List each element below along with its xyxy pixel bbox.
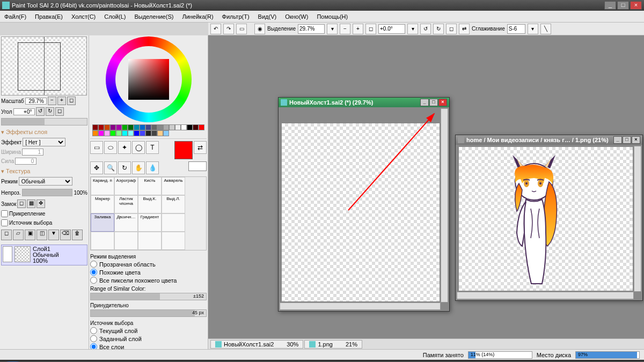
swatch[interactable] <box>134 124 140 130</box>
doc1-max-btn[interactable]: □ <box>429 99 438 106</box>
zoom-tool[interactable]: 🔍 <box>104 161 117 174</box>
smoothing-input[interactable] <box>507 24 525 34</box>
src-radio[interactable] <box>90 343 97 349</box>
swatch[interactable] <box>98 124 104 130</box>
doc1-titlebar[interactable]: НовыйХолст1.sai2 (*) (29.7%) _ □ × <box>279 98 449 107</box>
swatch[interactable] <box>199 124 204 130</box>
doc2-titlebar[interactable]: home / Мои видеозаписи / князь г… / 1.pn… <box>456 135 642 145</box>
scale-minus-btn[interactable]: − <box>48 97 56 105</box>
brush-0[interactable]: Каранд. п <box>91 177 114 195</box>
angle-slider[interactable] <box>1 118 87 125</box>
brush-2[interactable]: Кисть <box>138 177 162 195</box>
foreground-color[interactable] <box>174 141 193 159</box>
lock-paint-btn[interactable]: ▦ <box>27 200 35 208</box>
swatch[interactable] <box>175 124 181 130</box>
clear-layer-btn[interactable]: ⌫ <box>60 230 71 240</box>
doc2-max-btn[interactable]: □ <box>623 136 631 144</box>
src-radio[interactable] <box>90 327 97 334</box>
smoothing-dropdown[interactable]: ▾ <box>528 24 538 34</box>
menu-item[interactable]: Вид(V) <box>258 13 277 20</box>
swatch[interactable] <box>181 124 187 130</box>
swatch[interactable] <box>122 124 128 130</box>
deselect-btn[interactable]: ▭ <box>236 24 247 34</box>
menu-item[interactable]: Выделение(S) <box>134 13 173 20</box>
angle-reset-btn[interactable]: ◻ <box>55 107 64 116</box>
rotate-reset-btn[interactable]: ◻ <box>446 24 457 34</box>
layer-effects-h[interactable]: Эффекты слоя <box>1 129 87 136</box>
swatch[interactable] <box>163 130 169 136</box>
swatch[interactable] <box>151 124 157 130</box>
force-slider[interactable]: 45 px <box>90 309 207 317</box>
swatch[interactable] <box>157 130 163 136</box>
rotate-ccw-btn[interactable]: ↺ <box>420 24 431 34</box>
swatch[interactable] <box>116 130 122 136</box>
source-check[interactable] <box>1 219 8 226</box>
menu-item[interactable]: Окно(W) <box>285 13 308 20</box>
doc2-canvas[interactable] <box>459 147 633 291</box>
selmode-radio[interactable] <box>90 269 97 276</box>
maximize-btn[interactable]: □ <box>617 1 629 10</box>
move-tool[interactable]: ✥ <box>90 161 103 174</box>
swatch[interactable] <box>145 124 151 130</box>
doc-tab-1[interactable]: НовыйХолст1.sai230% <box>210 340 303 349</box>
swatch[interactable] <box>104 130 110 136</box>
brush-empty[interactable] <box>162 232 185 250</box>
rect-select-tool[interactable]: ▭ <box>90 141 103 154</box>
doc1-close-btn[interactable]: × <box>438 99 447 106</box>
zoom-dropdown[interactable]: ▾ <box>327 24 338 34</box>
eyedropper-tool[interactable]: 💧 <box>146 161 159 174</box>
layer-item[interactable]: Слой1 Обычный 100% <box>1 245 87 265</box>
shape-tool[interactable]: ◯ <box>132 141 145 154</box>
rotate-tool[interactable]: ↻ <box>118 161 131 174</box>
transfer-down-btn[interactable]: ◫ <box>36 230 47 240</box>
src-radio[interactable] <box>90 335 97 342</box>
new-folder-btn[interactable]: ▣ <box>25 230 35 240</box>
brush-8[interactable]: Заливка <box>91 213 114 232</box>
brush-empty[interactable] <box>162 213 185 232</box>
swatch[interactable] <box>128 124 134 130</box>
swatch[interactable] <box>193 124 199 130</box>
angle-cw-btn[interactable]: ↻ <box>46 107 54 116</box>
flip-btn[interactable]: ⇄ <box>459 24 470 34</box>
swatch[interactable] <box>92 130 98 136</box>
angle-input[interactable] <box>378 24 405 34</box>
brush-5[interactable]: Ластик чпонча <box>114 195 138 213</box>
line-tool-btn[interactable]: ╲ <box>540 24 551 34</box>
swatch[interactable] <box>122 130 128 136</box>
brush-6[interactable]: Выд.К. <box>138 195 162 213</box>
swatch[interactable] <box>151 130 157 136</box>
mode-select[interactable]: Обычный <box>19 177 72 186</box>
doc2-close-btn[interactable]: × <box>632 136 640 144</box>
swatch[interactable] <box>134 130 140 136</box>
doc1-canvas[interactable] <box>282 123 440 301</box>
clip-check[interactable] <box>1 210 8 217</box>
brush-9[interactable]: Двоичн… <box>114 213 138 232</box>
hand-tool[interactable]: ✋ <box>132 161 145 174</box>
opacity-slider[interactable] <box>22 189 73 196</box>
doc2-vscroll[interactable] <box>634 146 641 292</box>
navigator[interactable] <box>1 36 87 95</box>
range-slider[interactable]: ±152 <box>90 293 207 300</box>
doc-window-2[interactable]: home / Мои видеозаписи / князь г… / 1.pn… <box>455 135 643 301</box>
scale-plus-btn[interactable]: + <box>57 97 66 105</box>
menu-item[interactable]: Правка(E) <box>35 13 63 20</box>
swatch[interactable] <box>116 124 122 130</box>
swatch[interactable] <box>110 124 116 130</box>
menu-item[interactable]: Файл(F) <box>4 13 26 20</box>
brush-4[interactable]: Маркер <box>91 195 114 213</box>
swatch[interactable] <box>104 124 110 130</box>
brush-empty[interactable] <box>114 232 138 250</box>
swatch[interactable] <box>169 124 175 130</box>
brush-empty[interactable] <box>91 232 114 250</box>
close-btn[interactable]: × <box>630 1 642 10</box>
scale-reset-btn[interactable]: ◻ <box>67 97 76 105</box>
angle-ccw-btn[interactable]: ↺ <box>36 107 45 116</box>
doc1-min-btn[interactable]: _ <box>420 99 429 106</box>
swatch[interactable] <box>98 130 104 136</box>
lock-all-btn[interactable]: ◻ <box>17 200 26 208</box>
swatch[interactable] <box>92 124 98 130</box>
menu-item[interactable]: Линейка(R) <box>182 13 213 20</box>
swatch[interactable] <box>140 124 145 130</box>
texture-h[interactable]: Текстура <box>1 168 87 175</box>
doc2-min-btn[interactable]: _ <box>613 136 622 144</box>
